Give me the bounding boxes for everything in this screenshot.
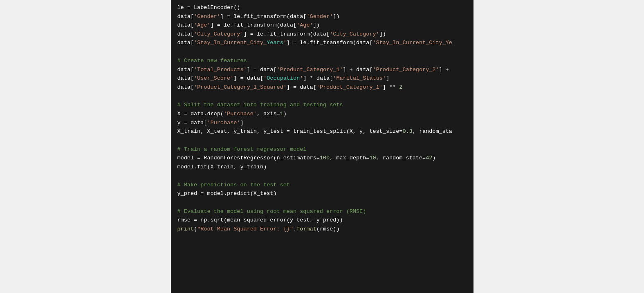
code-panel: le = LabelEncoder() data['Gender'] = le.… (171, 0, 473, 293)
code-line-16 (171, 136, 473, 145)
code-line-18: model = RandomForestRegressor(n_estimato… (171, 154, 473, 163)
code-line-19: model.fit(X_train, y_train) (171, 163, 473, 172)
code-line-5: data['Stay_In_Current_City_Years'] = le.… (171, 38, 473, 47)
code-line-4: data['City_Category'] = le.fit_transform… (171, 30, 473, 39)
code-line-26: print("Root Mean Squared Error: {}".form… (171, 225, 473, 234)
code-line-12: # Split the dataset into training and te… (171, 101, 473, 110)
code-line-22: y_pred = model.predict(X_test) (171, 189, 473, 198)
code-line-23 (171, 198, 473, 207)
code-line-6 (171, 47, 473, 56)
code-line-14: y = data['Purchase'] (171, 119, 473, 127)
code-line-13: X = data.drop('Purchase', axis=1) (171, 110, 473, 119)
code-line-17: # Train a random forest regressor model (171, 145, 473, 154)
code-line-2: data['Gender'] = le.fit_transform(data['… (171, 12, 473, 21)
code-line-24: # Evaluate the model using root mean squ… (171, 207, 473, 216)
code-line-7: # Create new features (171, 56, 473, 65)
page-wrapper: le = LabelEncoder() data['Gender'] = le.… (0, 0, 644, 293)
code-line-10: data['Product_Category_1_Squared'] = dat… (171, 83, 473, 92)
code-line-9: data['User_Score'] = data['Occupation'] … (171, 74, 473, 83)
code-line-11 (171, 92, 473, 101)
code-line-25: rmse = np.sqrt(mean_squared_error(y_test… (171, 216, 473, 225)
code-line-21: # Make predictions on the test set (171, 181, 473, 190)
code-line-15: X_train, X_test, y_train, y_test = train… (171, 127, 473, 136)
code-line-8: data['Total_Products'] = data['Product_C… (171, 65, 473, 74)
code-line-1: le = LabelEncoder() (171, 3, 473, 12)
code-line-3: data['Age'] = le.fit_transform(data['Age… (171, 21, 473, 30)
code-line-20 (171, 172, 473, 181)
